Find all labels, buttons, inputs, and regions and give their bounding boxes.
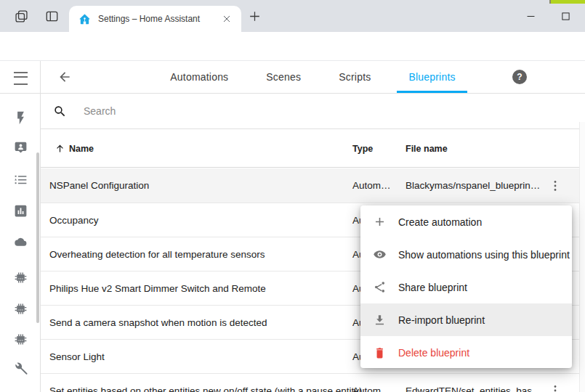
tab-actions-icon[interactable]	[44, 9, 60, 24]
ha-nav-tabs: AutomationsScenesScriptsBlueprints	[41, 61, 585, 93]
home-assistant-favicon	[78, 13, 91, 25]
row-overflow-menu-icon[interactable]	[548, 383, 562, 392]
ha-back-icon[interactable]	[57, 70, 72, 84]
help-icon[interactable]: ?	[512, 70, 527, 84]
window-maximize-icon[interactable]	[560, 10, 572, 23]
todo-list-icon	[13, 172, 28, 187]
sidebar-item[interactable]	[0, 354, 41, 383]
cloud-icon	[13, 234, 28, 250]
context-menu-item-label: Share blueprint	[398, 282, 467, 293]
row-type: Autom…	[352, 168, 391, 203]
row-type: Autom…	[352, 374, 391, 392]
tab-label: Scripts	[339, 71, 371, 83]
row-name: NSPanel Configuration	[49, 168, 149, 203]
row-name: Set entities based on other entities new…	[49, 374, 363, 392]
search-input[interactable]	[82, 105, 585, 118]
chip-icon	[13, 332, 28, 347]
context-menu-item[interactable]: Create automation	[360, 205, 572, 238]
row-name: Overheating detection for all temperatur…	[49, 237, 265, 271]
row-name: Sensor Light	[49, 340, 105, 373]
blueprint-context-menu: Create automation Show automations using…	[360, 205, 572, 368]
ha-header: AutomationsScenesScriptsBlueprints	[41, 61, 585, 93]
row-file-name: EdwardTEN/set_entities_bas…	[406, 374, 542, 392]
context-menu-item[interactable]: Show automations using this blueprint	[360, 238, 572, 271]
tab-label: Blueprints	[408, 71, 455, 83]
share-icon	[373, 280, 387, 294]
row-file-name: Blackymas/nspanel_blueprin…	[406, 168, 540, 203]
search-row	[41, 94, 585, 129]
browser-tab[interactable]: Settings – Home Assistant	[69, 6, 241, 32]
tab-title: Settings – Home Assistant	[98, 14, 221, 24]
lightning-icon	[13, 110, 28, 126]
context-menu-item-label: Re-import blueprint	[398, 314, 485, 326]
sidebar-scrollbar[interactable]	[36, 152, 39, 323]
tab-scenes[interactable]: Scenes	[254, 61, 312, 93]
context-menu-item-label: Show automations using this blueprint	[398, 249, 570, 261]
context-menu-item[interactable]: Share blueprint	[360, 271, 572, 303]
page-scrollbar[interactable]	[579, 122, 585, 392]
wrench-icon	[13, 362, 28, 377]
tab-scripts[interactable]: Scripts	[327, 61, 382, 93]
table-row[interactable]: Set entities based on other entities new…	[41, 374, 585, 392]
context-menu-item[interactable]: Delete blueprint	[360, 336, 572, 368]
context-menu-item-label: Delete blueprint	[398, 347, 469, 359]
row-overflow-menu-icon[interactable]	[548, 179, 562, 193]
tab-close-icon[interactable]	[221, 13, 233, 25]
tab-label: Scenes	[266, 71, 301, 83]
context-menu-item[interactable]: Re-import blueprint	[360, 303, 572, 336]
sidebar-item[interactable]	[0, 227, 41, 256]
history-chart-icon	[13, 203, 28, 219]
sidebar-item[interactable]	[0, 103, 41, 132]
import-icon	[373, 313, 387, 327]
eye-icon	[373, 248, 387, 261]
table-header: Name Type File name	[41, 129, 585, 168]
row-name: Send a camera snapshot when motion is de…	[49, 306, 267, 339]
table-row[interactable]: NSPanel Configuration Autom… Blackymas/n…	[41, 168, 585, 203]
sidebar-menu-icon[interactable]	[14, 72, 28, 85]
sidebar-item[interactable]	[0, 165, 41, 194]
sidebar-item[interactable]	[0, 263, 41, 292]
plus-icon	[373, 215, 387, 229]
workspaces-icon[interactable]	[14, 9, 29, 24]
chip-icon	[13, 270, 28, 285]
sidebar-item[interactable]	[0, 133, 41, 162]
tab-label: Automations	[170, 71, 228, 83]
browser-titlebar: Settings – Home Assistant	[0, 0, 585, 32]
tab-automations[interactable]: Automations	[158, 61, 240, 93]
new-tab-icon[interactable]	[248, 9, 262, 23]
row-name: Philips Hue v2 Smart Dimmer Switch and R…	[49, 271, 266, 305]
column-header-type[interactable]: Type	[352, 129, 373, 168]
context-menu-item-label: Create automation	[398, 216, 482, 228]
person-badge-icon	[13, 140, 28, 155]
column-header-name[interactable]: Name	[69, 129, 94, 168]
window-minimize-icon[interactable]	[525, 10, 537, 23]
sort-ascending-icon[interactable]	[55, 143, 65, 154]
sidebar-item[interactable]	[0, 196, 41, 225]
browser-toolbar: Not secure homeassistant.local :8123/...…	[0, 32, 585, 61]
search-icon	[53, 105, 67, 118]
desktop-accent-strip	[551, 0, 585, 4]
ha-sidebar	[0, 61, 41, 392]
sidebar-item[interactable]	[0, 324, 41, 354]
delete-icon	[373, 346, 387, 359]
tab-blueprints[interactable]: Blueprints	[397, 61, 467, 93]
column-header-file-name[interactable]: File name	[406, 129, 448, 168]
sidebar-item[interactable]	[0, 294, 41, 323]
chip-icon	[13, 301, 28, 317]
row-name: Occupancy	[49, 203, 99, 237]
